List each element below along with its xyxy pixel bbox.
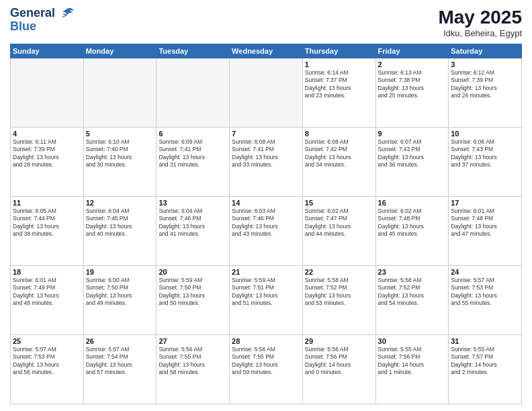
day-info: Sunrise: 6:06 AM Sunset: 7:43 PM Dayligh… (451, 138, 519, 169)
day-info: Sunrise: 5:59 AM Sunset: 7:51 PM Dayligh… (232, 277, 300, 308)
day-info: Sunrise: 5:55 AM Sunset: 7:56 PM Dayligh… (378, 346, 447, 377)
calendar-cell: 28Sunrise: 5:56 AM Sunset: 7:55 PM Dayli… (230, 335, 303, 404)
calendar-cell: 1Sunrise: 6:14 AM Sunset: 7:37 PM Daylig… (302, 58, 375, 128)
day-info: Sunrise: 5:56 AM Sunset: 7:55 PM Dayligh… (232, 346, 300, 377)
calendar-cell: 9Sunrise: 6:07 AM Sunset: 7:43 PM Daylig… (375, 128, 449, 197)
day-number: 20 (159, 268, 227, 276)
month-title: May 2025 (438, 7, 522, 28)
day-number: 18 (13, 268, 81, 276)
weekday-header-sunday: Sunday (11, 44, 84, 58)
day-number: 8 (305, 130, 373, 138)
day-info: Sunrise: 6:12 AM Sunset: 7:39 PM Dayligh… (451, 69, 519, 100)
calendar-cell: 27Sunrise: 5:56 AM Sunset: 7:55 PM Dayli… (157, 335, 230, 404)
calendar-cell (230, 58, 303, 128)
calendar-cell: 6Sunrise: 6:09 AM Sunset: 7:41 PM Daylig… (157, 128, 230, 197)
day-number: 19 (86, 268, 154, 276)
day-info: Sunrise: 5:57 AM Sunset: 7:53 PM Dayligh… (13, 346, 81, 377)
day-info: Sunrise: 6:07 AM Sunset: 7:43 PM Dayligh… (378, 138, 447, 169)
day-number: 14 (232, 199, 300, 207)
day-info: Sunrise: 5:56 AM Sunset: 7:55 PM Dayligh… (159, 346, 227, 377)
day-number: 26 (86, 337, 154, 345)
calendar-cell: 3Sunrise: 6:12 AM Sunset: 7:39 PM Daylig… (449, 58, 522, 128)
weekday-header-tuesday: Tuesday (157, 44, 230, 58)
day-number: 17 (451, 199, 519, 207)
calendar-cell: 20Sunrise: 5:59 AM Sunset: 7:50 PM Dayli… (157, 266, 230, 335)
day-number: 9 (378, 130, 447, 138)
day-number: 29 (305, 337, 373, 345)
day-info: Sunrise: 5:55 AM Sunset: 7:57 PM Dayligh… (451, 346, 519, 377)
day-number: 23 (378, 268, 447, 276)
day-info: Sunrise: 5:57 AM Sunset: 7:53 PM Dayligh… (451, 277, 519, 308)
calendar-cell: 16Sunrise: 6:02 AM Sunset: 7:48 PM Dayli… (375, 197, 449, 266)
calendar-cell: 29Sunrise: 5:56 AM Sunset: 7:56 PM Dayli… (302, 335, 375, 404)
day-number: 5 (86, 130, 154, 138)
day-number: 11 (13, 199, 81, 207)
calendar-cell: 15Sunrise: 6:02 AM Sunset: 7:47 PM Dayli… (302, 197, 375, 266)
calendar-cell: 19Sunrise: 6:00 AM Sunset: 7:50 PM Dayli… (83, 266, 157, 335)
calendar-cell: 18Sunrise: 6:01 AM Sunset: 7:49 PM Dayli… (11, 266, 84, 335)
header: General Blue May 2025 Idku, Beheira, Egy… (10, 7, 522, 38)
day-info: Sunrise: 6:08 AM Sunset: 7:41 PM Dayligh… (232, 138, 300, 169)
week-row-2: 4Sunrise: 6:11 AM Sunset: 7:39 PM Daylig… (11, 128, 522, 197)
day-number: 28 (232, 337, 300, 345)
calendar-cell (11, 58, 84, 128)
day-info: Sunrise: 6:03 AM Sunset: 7:46 PM Dayligh… (232, 208, 300, 238)
calendar-cell: 25Sunrise: 5:57 AM Sunset: 7:53 PM Dayli… (11, 335, 84, 404)
calendar-cell: 4Sunrise: 6:11 AM Sunset: 7:39 PM Daylig… (11, 128, 84, 197)
day-info: Sunrise: 6:01 AM Sunset: 7:48 PM Dayligh… (451, 208, 519, 238)
day-number: 15 (305, 199, 373, 207)
calendar-cell: 10Sunrise: 6:06 AM Sunset: 7:43 PM Dayli… (449, 128, 522, 197)
day-number: 1 (305, 60, 373, 68)
calendar-cell: 12Sunrise: 6:04 AM Sunset: 7:45 PM Dayli… (83, 197, 157, 266)
location: Idku, Beheira, Egypt (438, 28, 522, 38)
calendar-cell (157, 58, 230, 128)
day-number: 7 (232, 130, 300, 138)
calendar-cell: 23Sunrise: 5:58 AM Sunset: 7:52 PM Dayli… (375, 266, 449, 335)
logo-text: General (10, 7, 75, 20)
week-row-5: 25Sunrise: 5:57 AM Sunset: 7:53 PM Dayli… (11, 335, 522, 404)
day-number: 10 (451, 130, 519, 138)
week-row-4: 18Sunrise: 6:01 AM Sunset: 7:49 PM Dayli… (11, 266, 522, 335)
logo-bird-icon (60, 7, 75, 19)
day-number: 16 (378, 199, 447, 207)
day-info: Sunrise: 6:02 AM Sunset: 7:48 PM Dayligh… (378, 208, 447, 238)
day-info: Sunrise: 6:08 AM Sunset: 7:42 PM Dayligh… (305, 138, 373, 169)
week-row-3: 11Sunrise: 6:05 AM Sunset: 7:44 PM Dayli… (11, 197, 522, 266)
day-number: 12 (86, 199, 154, 207)
weekday-header-thursday: Thursday (302, 44, 375, 58)
calendar-cell: 17Sunrise: 6:01 AM Sunset: 7:48 PM Dayli… (449, 197, 522, 266)
day-info: Sunrise: 6:10 AM Sunset: 7:40 PM Dayligh… (86, 138, 154, 169)
day-info: Sunrise: 6:01 AM Sunset: 7:49 PM Dayligh… (13, 277, 81, 308)
week-row-1: 1Sunrise: 6:14 AM Sunset: 7:37 PM Daylig… (11, 58, 522, 128)
day-info: Sunrise: 5:58 AM Sunset: 7:52 PM Dayligh… (378, 277, 447, 308)
day-info: Sunrise: 6:05 AM Sunset: 7:44 PM Dayligh… (13, 208, 81, 238)
day-number: 13 (159, 199, 227, 207)
day-info: Sunrise: 5:59 AM Sunset: 7:50 PM Dayligh… (159, 277, 227, 308)
day-info: Sunrise: 6:00 AM Sunset: 7:50 PM Dayligh… (86, 277, 154, 308)
calendar-cell: 11Sunrise: 6:05 AM Sunset: 7:44 PM Dayli… (11, 197, 84, 266)
day-number: 22 (305, 268, 373, 276)
calendar-cell: 8Sunrise: 6:08 AM Sunset: 7:42 PM Daylig… (302, 128, 375, 197)
calendar-cell: 31Sunrise: 5:55 AM Sunset: 7:57 PM Dayli… (449, 335, 522, 404)
calendar-cell: 14Sunrise: 6:03 AM Sunset: 7:46 PM Dayli… (230, 197, 303, 266)
calendar-cell: 2Sunrise: 6:13 AM Sunset: 7:38 PM Daylig… (375, 58, 449, 128)
calendar-cell: 5Sunrise: 6:10 AM Sunset: 7:40 PM Daylig… (83, 128, 157, 197)
title-section: May 2025 Idku, Beheira, Egypt (438, 7, 522, 38)
calendar-cell: 26Sunrise: 5:57 AM Sunset: 7:54 PM Dayli… (83, 335, 157, 404)
day-number: 27 (159, 337, 227, 345)
day-number: 2 (378, 60, 447, 68)
day-info: Sunrise: 6:13 AM Sunset: 7:38 PM Dayligh… (378, 69, 447, 100)
calendar-cell: 24Sunrise: 5:57 AM Sunset: 7:53 PM Dayli… (449, 266, 522, 335)
day-number: 4 (13, 130, 81, 138)
calendar-table: SundayMondayTuesdayWednesdayThursdayFrid… (10, 44, 522, 404)
logo: General Blue (10, 7, 75, 34)
weekday-header-wednesday: Wednesday (230, 44, 303, 58)
day-number: 30 (378, 337, 447, 345)
weekday-header-row: SundayMondayTuesdayWednesdayThursdayFrid… (11, 44, 522, 58)
calendar-cell (83, 58, 157, 128)
day-number: 25 (13, 337, 81, 345)
calendar-cell: 22Sunrise: 5:58 AM Sunset: 7:52 PM Dayli… (302, 266, 375, 335)
day-info: Sunrise: 5:56 AM Sunset: 7:56 PM Dayligh… (305, 346, 373, 377)
calendar-cell: 21Sunrise: 5:59 AM Sunset: 7:51 PM Dayli… (230, 266, 303, 335)
day-info: Sunrise: 6:04 AM Sunset: 7:45 PM Dayligh… (86, 208, 154, 238)
